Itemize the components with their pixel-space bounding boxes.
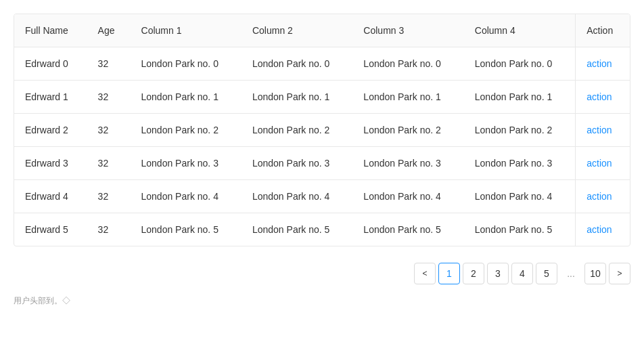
table-row: Edrward 132London Park no. 1London Park … (14, 81, 630, 114)
pagination-next-btn[interactable]: > (609, 263, 630, 284)
cell-column2: London Park no. 4 (242, 180, 352, 213)
cell-column1: London Park no. 2 (131, 114, 242, 147)
cell-column3: London Park no. 3 (352, 147, 463, 180)
cell-age: 32 (87, 213, 131, 246)
cell-column1: London Park no. 4 (131, 180, 242, 213)
pagination-ellipsis: ... (560, 263, 582, 284)
cell-fullname: Edrward 5 (14, 213, 87, 246)
col-header-age: Age (87, 14, 131, 47)
cell-age: 32 (87, 147, 131, 180)
footer-text: 用户头部到。◇ (14, 295, 630, 307)
cell-age: 32 (87, 180, 131, 213)
cell-action: action (576, 114, 630, 147)
cell-column2: London Park no. 0 (242, 47, 352, 81)
action-link[interactable]: action (586, 191, 612, 202)
cell-action: action (576, 180, 630, 213)
action-link[interactable]: action (586, 125, 612, 135)
pagination-page-4[interactable]: 4 (511, 263, 533, 284)
cell-column2: London Park no. 1 (242, 81, 352, 114)
cell-age: 32 (87, 114, 131, 147)
cell-fullname: Edrward 1 (14, 81, 87, 114)
table-row: Edrward 032London Park no. 0London Park … (14, 47, 630, 81)
cell-column4: London Park no. 0 (464, 47, 576, 81)
cell-column4: London Park no. 1 (464, 81, 576, 114)
cell-column1: London Park no. 5 (131, 213, 242, 246)
table-row: Edrward 432London Park no. 4London Park … (14, 180, 630, 213)
col-header-column4: Column 4 (464, 14, 576, 47)
cell-action: action (576, 47, 630, 81)
cell-age: 32 (87, 81, 131, 114)
pagination-page-5[interactable]: 5 (536, 263, 557, 284)
col-header-column3: Column 3 (352, 14, 463, 47)
cell-column4: London Park no. 4 (464, 180, 576, 213)
cell-column4: London Park no. 2 (464, 114, 576, 147)
cell-fullname: Edrward 4 (14, 180, 87, 213)
cell-column3: London Park no. 5 (352, 213, 463, 246)
pagination-page-3[interactable]: 3 (487, 263, 509, 284)
pagination: < 1 2 3 4 5 ... 10 > (14, 257, 630, 290)
cell-column3: London Park no. 4 (352, 180, 463, 213)
col-header-column1: Column 1 (131, 14, 242, 47)
data-table: Full Name Age Column 1 Column 2 Column 3… (14, 14, 630, 246)
action-link[interactable]: action (586, 91, 612, 102)
cell-column2: London Park no. 3 (242, 147, 352, 180)
pagination-last-page[interactable]: 10 (584, 263, 606, 284)
table-row: Edrward 532London Park no. 5London Park … (14, 213, 630, 246)
table-row: Edrward 232London Park no. 2London Park … (14, 114, 630, 147)
cell-column3: London Park no. 2 (352, 114, 463, 147)
action-link[interactable]: action (586, 158, 612, 169)
cell-action: action (576, 81, 630, 114)
cell-column2: London Park no. 2 (242, 114, 352, 147)
cell-column1: London Park no. 3 (131, 147, 242, 180)
cell-fullname: Edrward 3 (14, 147, 87, 180)
cell-fullname: Edrward 2 (14, 114, 87, 147)
table-header-row: Full Name Age Column 1 Column 2 Column 3… (14, 14, 630, 47)
cell-column4: London Park no. 3 (464, 147, 576, 180)
cell-column1: London Park no. 0 (131, 47, 242, 81)
cell-column3: London Park no. 0 (352, 47, 463, 81)
cell-column1: London Park no. 1 (131, 81, 242, 114)
cell-action: action (576, 213, 630, 246)
col-header-action: Action (576, 14, 630, 47)
cell-action: action (576, 147, 630, 180)
cell-age: 32 (87, 47, 131, 81)
col-header-column2: Column 2 (242, 14, 352, 47)
cell-column3: London Park no. 1 (352, 81, 463, 114)
pagination-page-2[interactable]: 2 (463, 263, 484, 284)
cell-column2: London Park no. 5 (242, 213, 352, 246)
cell-fullname: Edrward 0 (14, 47, 87, 81)
table-row: Edrward 332London Park no. 3London Park … (14, 147, 630, 180)
pagination-page-1[interactable]: 1 (438, 263, 460, 284)
col-header-fullname: Full Name (14, 14, 87, 47)
cell-column4: London Park no. 5 (464, 213, 576, 246)
table-container: Full Name Age Column 1 Column 2 Column 3… (14, 14, 630, 246)
pagination-prev-btn[interactable]: < (414, 263, 436, 284)
action-link[interactable]: action (586, 58, 612, 69)
action-link[interactable]: action (586, 224, 612, 235)
